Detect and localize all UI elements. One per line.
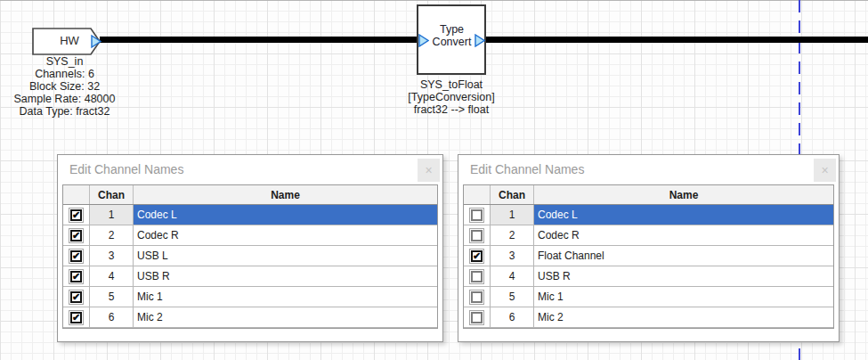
checkbox-inner xyxy=(70,291,82,303)
channel-name[interactable]: Mic 1 xyxy=(534,287,833,307)
wire-typeconvert-out[interactable] xyxy=(485,37,868,43)
channel-number[interactable]: 5 xyxy=(491,287,534,307)
channel-checkbox[interactable] xyxy=(469,249,484,264)
checkbox-cell[interactable] xyxy=(464,246,491,266)
table-row: 6 Mic 2 xyxy=(63,307,437,328)
checkbox-inner xyxy=(471,312,483,323)
input-pin-icon xyxy=(418,34,429,47)
checkbox-cell[interactable] xyxy=(63,225,90,245)
edit-channel-names-dialog-2: Edit Channel Names × Chan Name 1 Codec L… xyxy=(458,154,840,342)
channel-checkbox[interactable] xyxy=(69,269,84,284)
channel-checkbox[interactable] xyxy=(69,228,84,243)
canvas-top-edge xyxy=(0,0,868,1)
table-row: 1 Codec L xyxy=(63,205,437,225)
hw-datatype-label: Data Type: fract32 xyxy=(0,105,129,118)
checkbox-inner xyxy=(471,291,483,303)
channel-name[interactable]: Codec R xyxy=(534,225,833,245)
dialog-title: Edit Channel Names xyxy=(470,162,584,176)
close-icon[interactable]: × xyxy=(814,159,836,182)
channel-name[interactable]: USB R xyxy=(534,266,833,286)
channel-name[interactable]: Codec R xyxy=(134,225,437,245)
table-row: 1 Codec L xyxy=(464,205,833,225)
schematic-canvas: HW SYS_in Channels: 6 Block Size: 32 Sam… xyxy=(0,0,868,360)
checkbox-inner xyxy=(471,271,483,282)
checkbox-inner xyxy=(471,230,483,241)
channel-name[interactable]: Mic 2 xyxy=(134,307,437,327)
checkbox-cell[interactable] xyxy=(464,307,491,327)
table-row: 4 USB R xyxy=(63,266,437,287)
checkbox-inner xyxy=(70,271,82,282)
type-convert-block-labels: SYS_toFloat [TypeConversion] fract32 -->… xyxy=(380,78,523,116)
header-name-column: Name xyxy=(134,185,437,204)
checkbox-cell[interactable] xyxy=(63,307,90,327)
hw-instance-name: SYS_in xyxy=(0,55,129,68)
channel-number[interactable]: 2 xyxy=(90,225,134,245)
table-row: 2 Codec R xyxy=(464,225,833,246)
channel-number[interactable]: 1 xyxy=(90,205,134,225)
channel-number[interactable]: 3 xyxy=(90,246,134,266)
channel-number[interactable]: 6 xyxy=(491,307,534,327)
checkbox-cell[interactable] xyxy=(464,287,491,307)
channel-number[interactable]: 3 xyxy=(491,246,534,266)
table-row: 4 USB R xyxy=(464,266,833,287)
header-chan-column: Chan xyxy=(491,185,534,204)
channel-name[interactable]: USB L xyxy=(134,246,437,266)
channel-number[interactable]: 2 xyxy=(491,225,534,245)
checkbox-inner xyxy=(471,209,483,221)
channel-checkbox[interactable] xyxy=(469,269,484,284)
header-name-column: Name xyxy=(534,185,833,204)
channel-checkbox[interactable] xyxy=(469,310,484,325)
channel-name[interactable]: USB R xyxy=(134,266,437,286)
channel-checkbox[interactable] xyxy=(469,228,484,243)
checkbox-cell[interactable] xyxy=(464,266,491,286)
dialog-titlebar[interactable]: Edit Channel Names × xyxy=(58,155,442,184)
output-pin-icon xyxy=(475,34,485,47)
channel-checkbox[interactable] xyxy=(469,290,484,305)
dialog-titlebar[interactable]: Edit Channel Names × xyxy=(458,155,839,184)
header-chan-column: Chan xyxy=(90,185,134,204)
tc-conversion-label: fract32 --> float xyxy=(380,103,523,116)
checkbox-inner xyxy=(70,230,82,241)
table-header-row: Chan Name xyxy=(464,185,833,205)
checkbox-cell[interactable] xyxy=(63,266,90,286)
channel-name[interactable]: Codec L xyxy=(134,205,437,225)
checkbox-cell[interactable] xyxy=(63,205,90,225)
header-check-column xyxy=(63,185,90,204)
channel-number[interactable]: 1 xyxy=(491,205,534,225)
channel-name[interactable]: Mic 2 xyxy=(534,307,833,327)
channel-number[interactable]: 4 xyxy=(90,266,134,286)
hw-samplerate-label: Sample Rate: 48000 xyxy=(0,93,129,105)
table-header-row: Chan Name xyxy=(63,185,437,205)
checkbox-cell[interactable] xyxy=(464,225,491,245)
channel-table: Chan Name 1 Codec L 2 Codec R 3 USB L 4 xyxy=(62,184,438,329)
checkbox-inner xyxy=(70,209,82,221)
channel-checkbox[interactable] xyxy=(69,249,84,264)
channel-number[interactable]: 6 xyxy=(90,307,134,327)
channel-name[interactable]: Codec L xyxy=(534,205,833,225)
checkbox-cell[interactable] xyxy=(464,205,491,225)
channel-checkbox[interactable] xyxy=(69,290,84,305)
channel-checkbox[interactable] xyxy=(69,208,84,223)
channel-name[interactable]: Mic 1 xyxy=(134,287,437,307)
table-row: 5 Mic 1 xyxy=(63,287,437,307)
hw-block-labels: SYS_in Channels: 6 Block Size: 32 Sample… xyxy=(0,55,129,118)
channel-number[interactable]: 4 xyxy=(491,266,534,286)
table-row: 5 Mic 1 xyxy=(464,287,833,307)
tc-instance-name: SYS_toFloat xyxy=(380,78,523,91)
channel-name[interactable]: Float Channel xyxy=(534,246,833,266)
table-row: 3 USB L xyxy=(63,246,437,266)
channel-number[interactable]: 5 xyxy=(90,287,134,307)
hw-block-title[interactable]: HW xyxy=(45,34,94,47)
hw-channels-label: Channels: 6 xyxy=(0,68,129,80)
close-icon[interactable]: × xyxy=(418,159,440,182)
table-row: 6 Mic 2 xyxy=(464,307,833,328)
checkbox-inner xyxy=(471,250,483,262)
checkbox-cell[interactable] xyxy=(63,246,90,266)
channel-checkbox[interactable] xyxy=(469,208,484,223)
wire-hw-to-typeconvert[interactable] xyxy=(100,37,418,43)
checkbox-inner xyxy=(70,312,82,323)
checkbox-cell[interactable] xyxy=(63,287,90,307)
channel-checkbox[interactable] xyxy=(69,310,84,325)
edit-channel-names-dialog-1: Edit Channel Names × Chan Name 1 Codec L… xyxy=(57,154,443,342)
table-row: 3 Float Channel xyxy=(464,246,833,266)
